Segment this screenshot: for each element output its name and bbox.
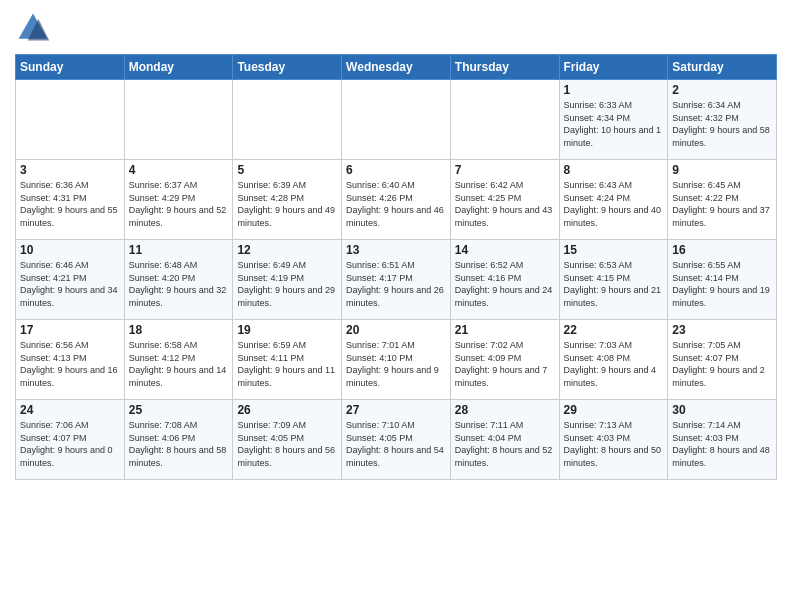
day-info: Sunrise: 7:06 AM Sunset: 4:07 PM Dayligh… [20,419,120,469]
calendar-cell: 3Sunrise: 6:36 AM Sunset: 4:31 PM Daylig… [16,160,125,240]
day-info: Sunrise: 7:02 AM Sunset: 4:09 PM Dayligh… [455,339,555,389]
day-info: Sunrise: 7:13 AM Sunset: 4:03 PM Dayligh… [564,419,664,469]
calendar-cell: 2Sunrise: 6:34 AM Sunset: 4:32 PM Daylig… [668,80,777,160]
calendar-cell: 8Sunrise: 6:43 AM Sunset: 4:24 PM Daylig… [559,160,668,240]
day-number: 27 [346,403,446,417]
calendar-cell [450,80,559,160]
day-info: Sunrise: 6:33 AM Sunset: 4:34 PM Dayligh… [564,99,664,149]
day-of-week-header: Sunday [16,55,125,80]
day-number: 21 [455,323,555,337]
day-info: Sunrise: 7:03 AM Sunset: 4:08 PM Dayligh… [564,339,664,389]
calendar-cell: 6Sunrise: 6:40 AM Sunset: 4:26 PM Daylig… [342,160,451,240]
calendar-cell: 18Sunrise: 6:58 AM Sunset: 4:12 PM Dayli… [124,320,233,400]
calendar-cell: 25Sunrise: 7:08 AM Sunset: 4:06 PM Dayli… [124,400,233,480]
day-of-week-header: Friday [559,55,668,80]
day-number: 7 [455,163,555,177]
day-info: Sunrise: 7:14 AM Sunset: 4:03 PM Dayligh… [672,419,772,469]
header [15,10,777,46]
calendar-cell: 29Sunrise: 7:13 AM Sunset: 4:03 PM Dayli… [559,400,668,480]
day-info: Sunrise: 7:10 AM Sunset: 4:05 PM Dayligh… [346,419,446,469]
day-info: Sunrise: 6:49 AM Sunset: 4:19 PM Dayligh… [237,259,337,309]
calendar-cell: 14Sunrise: 6:52 AM Sunset: 4:16 PM Dayli… [450,240,559,320]
calendar-week-row: 10Sunrise: 6:46 AM Sunset: 4:21 PM Dayli… [16,240,777,320]
calendar-cell [124,80,233,160]
day-number: 20 [346,323,446,337]
calendar-cell: 22Sunrise: 7:03 AM Sunset: 4:08 PM Dayli… [559,320,668,400]
day-info: Sunrise: 6:59 AM Sunset: 4:11 PM Dayligh… [237,339,337,389]
calendar-page: SundayMondayTuesdayWednesdayThursdayFrid… [0,0,792,612]
day-number: 9 [672,163,772,177]
calendar-cell: 30Sunrise: 7:14 AM Sunset: 4:03 PM Dayli… [668,400,777,480]
calendar-week-row: 24Sunrise: 7:06 AM Sunset: 4:07 PM Dayli… [16,400,777,480]
day-info: Sunrise: 7:09 AM Sunset: 4:05 PM Dayligh… [237,419,337,469]
calendar-cell: 19Sunrise: 6:59 AM Sunset: 4:11 PM Dayli… [233,320,342,400]
calendar-cell [16,80,125,160]
day-number: 4 [129,163,229,177]
day-number: 16 [672,243,772,257]
day-number: 30 [672,403,772,417]
calendar-cell: 28Sunrise: 7:11 AM Sunset: 4:04 PM Dayli… [450,400,559,480]
logo-icon [15,10,51,46]
day-info: Sunrise: 6:51 AM Sunset: 4:17 PM Dayligh… [346,259,446,309]
day-number: 24 [20,403,120,417]
day-number: 22 [564,323,664,337]
day-number: 10 [20,243,120,257]
day-info: Sunrise: 7:05 AM Sunset: 4:07 PM Dayligh… [672,339,772,389]
calendar-table: SundayMondayTuesdayWednesdayThursdayFrid… [15,54,777,480]
calendar-cell: 15Sunrise: 6:53 AM Sunset: 4:15 PM Dayli… [559,240,668,320]
day-number: 8 [564,163,664,177]
day-info: Sunrise: 6:42 AM Sunset: 4:25 PM Dayligh… [455,179,555,229]
day-info: Sunrise: 7:01 AM Sunset: 4:10 PM Dayligh… [346,339,446,389]
calendar-cell: 21Sunrise: 7:02 AM Sunset: 4:09 PM Dayli… [450,320,559,400]
day-info: Sunrise: 6:55 AM Sunset: 4:14 PM Dayligh… [672,259,772,309]
calendar-cell: 12Sunrise: 6:49 AM Sunset: 4:19 PM Dayli… [233,240,342,320]
day-info: Sunrise: 6:37 AM Sunset: 4:29 PM Dayligh… [129,179,229,229]
day-number: 23 [672,323,772,337]
calendar-cell: 13Sunrise: 6:51 AM Sunset: 4:17 PM Dayli… [342,240,451,320]
day-number: 6 [346,163,446,177]
calendar-cell: 24Sunrise: 7:06 AM Sunset: 4:07 PM Dayli… [16,400,125,480]
day-info: Sunrise: 6:58 AM Sunset: 4:12 PM Dayligh… [129,339,229,389]
day-of-week-header: Wednesday [342,55,451,80]
calendar-week-row: 3Sunrise: 6:36 AM Sunset: 4:31 PM Daylig… [16,160,777,240]
day-of-week-header: Monday [124,55,233,80]
calendar-header-row: SundayMondayTuesdayWednesdayThursdayFrid… [16,55,777,80]
calendar-cell: 5Sunrise: 6:39 AM Sunset: 4:28 PM Daylig… [233,160,342,240]
calendar-cell: 26Sunrise: 7:09 AM Sunset: 4:05 PM Dayli… [233,400,342,480]
day-number: 17 [20,323,120,337]
calendar-cell: 27Sunrise: 7:10 AM Sunset: 4:05 PM Dayli… [342,400,451,480]
calendar-cell [342,80,451,160]
day-number: 5 [237,163,337,177]
day-number: 2 [672,83,772,97]
day-info: Sunrise: 6:46 AM Sunset: 4:21 PM Dayligh… [20,259,120,309]
day-info: Sunrise: 6:53 AM Sunset: 4:15 PM Dayligh… [564,259,664,309]
logo [15,10,55,46]
day-number: 29 [564,403,664,417]
calendar-cell: 10Sunrise: 6:46 AM Sunset: 4:21 PM Dayli… [16,240,125,320]
calendar-cell: 16Sunrise: 6:55 AM Sunset: 4:14 PM Dayli… [668,240,777,320]
day-of-week-header: Thursday [450,55,559,80]
day-info: Sunrise: 6:40 AM Sunset: 4:26 PM Dayligh… [346,179,446,229]
calendar-cell: 7Sunrise: 6:42 AM Sunset: 4:25 PM Daylig… [450,160,559,240]
day-number: 3 [20,163,120,177]
day-info: Sunrise: 6:34 AM Sunset: 4:32 PM Dayligh… [672,99,772,149]
day-info: Sunrise: 6:56 AM Sunset: 4:13 PM Dayligh… [20,339,120,389]
day-info: Sunrise: 6:48 AM Sunset: 4:20 PM Dayligh… [129,259,229,309]
day-info: Sunrise: 6:43 AM Sunset: 4:24 PM Dayligh… [564,179,664,229]
day-info: Sunrise: 7:08 AM Sunset: 4:06 PM Dayligh… [129,419,229,469]
calendar-cell: 9Sunrise: 6:45 AM Sunset: 4:22 PM Daylig… [668,160,777,240]
day-number: 11 [129,243,229,257]
day-info: Sunrise: 6:36 AM Sunset: 4:31 PM Dayligh… [20,179,120,229]
day-number: 14 [455,243,555,257]
day-number: 26 [237,403,337,417]
day-info: Sunrise: 6:39 AM Sunset: 4:28 PM Dayligh… [237,179,337,229]
day-number: 25 [129,403,229,417]
day-number: 1 [564,83,664,97]
day-of-week-header: Tuesday [233,55,342,80]
calendar-cell: 20Sunrise: 7:01 AM Sunset: 4:10 PM Dayli… [342,320,451,400]
calendar-cell [233,80,342,160]
day-info: Sunrise: 6:52 AM Sunset: 4:16 PM Dayligh… [455,259,555,309]
day-number: 15 [564,243,664,257]
day-number: 28 [455,403,555,417]
day-of-week-header: Saturday [668,55,777,80]
